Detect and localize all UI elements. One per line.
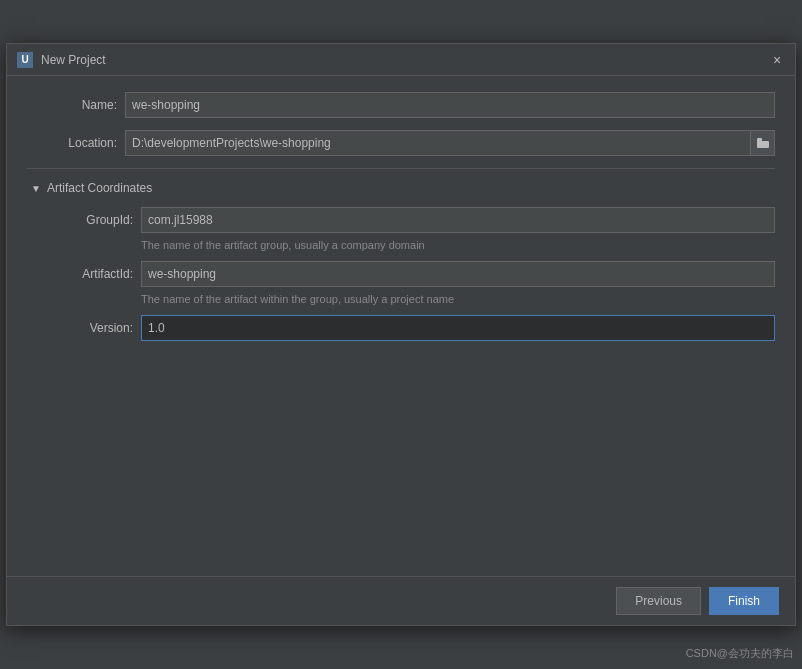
svg-rect-1 (757, 138, 762, 142)
artifact-section-body: GroupId: The name of the artifact group,… (27, 207, 775, 341)
groupid-row: GroupId: (43, 207, 775, 233)
watermark: CSDN@会功夫的李白 (686, 646, 794, 661)
version-row: Version: (43, 315, 775, 341)
dialog-title: New Project (41, 53, 761, 67)
location-input-wrapper (125, 130, 775, 156)
dialog-content: Name: Location: ▼ Artifact Coordinates (7, 76, 795, 576)
artifactid-hint: The name of the artifact within the grou… (141, 293, 775, 305)
location-input[interactable] (126, 131, 750, 155)
location-label: Location: (27, 136, 117, 150)
new-project-dialog: U New Project × Name: Location: (6, 43, 796, 626)
artifactid-label: ArtifactId: (43, 267, 133, 281)
groupid-label: GroupId: (43, 213, 133, 227)
svg-rect-0 (757, 141, 769, 148)
name-label: Name: (27, 98, 117, 112)
section-title: Artifact Coordinates (47, 181, 152, 195)
name-input[interactable] (125, 92, 775, 118)
title-bar: U New Project × (7, 44, 795, 76)
previous-button[interactable]: Previous (616, 587, 701, 615)
dialog-footer: Previous Finish (7, 576, 795, 625)
close-button[interactable]: × (769, 52, 785, 68)
groupid-hint: The name of the artifact group, usually … (141, 239, 775, 251)
version-label: Version: (43, 321, 133, 335)
name-row: Name: (27, 92, 775, 118)
section-collapse-arrow[interactable]: ▼ (31, 183, 41, 194)
version-input[interactable] (141, 315, 775, 341)
divider (27, 168, 775, 169)
groupid-input[interactable] (141, 207, 775, 233)
app-icon: U (17, 52, 33, 68)
location-row: Location: (27, 130, 775, 156)
finish-button[interactable]: Finish (709, 587, 779, 615)
artifact-section-header: ▼ Artifact Coordinates (27, 181, 775, 195)
artifactid-input[interactable] (141, 261, 775, 287)
artifactid-row: ArtifactId: (43, 261, 775, 287)
browse-button[interactable] (750, 131, 774, 155)
